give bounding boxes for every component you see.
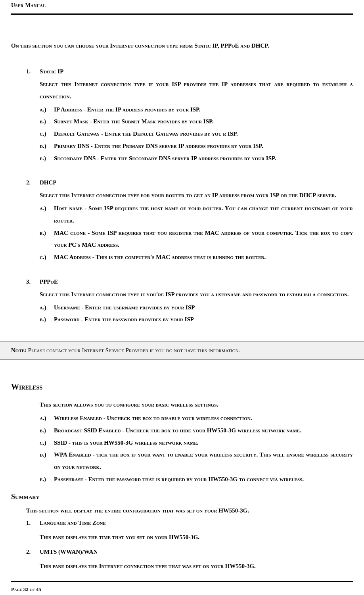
list-title: DHCP — [40, 179, 57, 186]
list-item: c.)SSID - this is your HW550-3G wireless… — [40, 437, 353, 449]
list-item: a.)Username - Enter the username provide… — [40, 301, 353, 314]
summary-list: 1. Language and Time Zone This pane disp… — [26, 520, 353, 573]
sub-text: Wireless Enabled - Uncheck the box to di… — [54, 412, 353, 424]
list-item: d.)WPA Enabled - tick the box if your wa… — [40, 449, 353, 473]
static-ip-section: 1. Static IP Select this Internet connec… — [26, 68, 353, 164]
list-body: This pane displays the Internet connecti… — [40, 560, 353, 572]
sub-label: a.) — [40, 104, 54, 116]
note-text: Please contact your Internet Service Pro… — [27, 347, 240, 353]
list-number: 2. — [26, 179, 40, 186]
sub-label: b.) — [40, 424, 54, 437]
summary-intro: This section will display the entire con… — [26, 507, 353, 514]
page-header: User Manual — [11, 0, 353, 15]
sub-label: a.) — [40, 301, 54, 314]
sub-label: e.) — [40, 473, 54, 486]
list-title: PPPoE — [40, 278, 58, 285]
sub-text: MAC Address - This is the computer's MAC… — [54, 251, 353, 263]
list-item: d.)Primary DNS - Enter the Primary DNS s… — [40, 140, 353, 152]
list-body: Select this Internet connection type if … — [40, 288, 353, 301]
pppoe-section: 3. PPPoE Select this Internet connection… — [26, 278, 353, 326]
list-item: a.)IP Address - Enter the IP address pro… — [40, 104, 353, 116]
sub-text: Broadcast SSID Enabled - Uncheck the box… — [54, 424, 353, 437]
sub-text: Primary DNS - Enter the Primary DNS serv… — [54, 140, 353, 152]
sub-text: Subnet Mask - Enter the Subnet Mask prov… — [54, 115, 353, 128]
summary-heading: Summary — [11, 493, 353, 501]
intro-text: On this section you can choose your Inte… — [11, 42, 353, 49]
sub-label: e.) — [40, 152, 54, 165]
list-item: b.)MAC clone - Some ISP requires that yo… — [40, 227, 353, 251]
list-item: a.)Wireless Enabled - Uncheck the box to… — [40, 412, 353, 424]
list-item: c.)Default Gateway - Enter the Default G… — [40, 128, 353, 140]
sub-text: Host name - Some ISP requires the host n… — [54, 202, 353, 227]
list-number: 1. — [26, 68, 40, 75]
dhcp-section: 2. DHCP Select this Internet connection … — [26, 179, 353, 263]
list-title: UMTS (WWAN)/WAN — [40, 549, 98, 555]
sub-text: Password - Enter the password provides b… — [54, 313, 353, 326]
sub-text: WPA Enabled - tick the box if your want … — [54, 449, 353, 473]
static-ip-sublist: a.)IP Address - Enter the IP address pro… — [40, 104, 353, 165]
sub-label: c.) — [40, 251, 54, 263]
list-item: c.)MAC Address - This is the computer's … — [40, 251, 353, 263]
page: User Manual On this section you can choo… — [0, 0, 364, 595]
sub-text: Passphrase - Enter the password that is … — [54, 473, 353, 486]
sub-label: b.) — [40, 313, 54, 326]
page-footer: Page 32 of 45 — [11, 581, 353, 593]
wireless-body: This section allows you to configure you… — [40, 399, 353, 411]
list-title: Language and Time Zone — [40, 520, 106, 526]
list-number: 2. — [26, 549, 40, 555]
list-item: e.)Secondary DNS - Enter the Secondary D… — [40, 152, 353, 165]
summary-item-language: 1. Language and Time Zone This pane disp… — [26, 520, 353, 543]
list-title: Static IP — [40, 68, 63, 75]
wireless-sublist: a.)Wireless Enabled - Uncheck the box to… — [40, 412, 353, 486]
sub-label: d.) — [40, 449, 54, 461]
sub-text: SSID - this is your HW550-3G wireless ne… — [54, 437, 353, 449]
pppoe-sublist: a.)Username - Enter the username provide… — [40, 301, 353, 326]
list-item: b.)Broadcast SSID Enabled - Uncheck the … — [40, 424, 353, 437]
list-number: 1. — [26, 520, 40, 526]
sub-label: c.) — [40, 437, 54, 449]
sub-text: Username - Enter the username provides b… — [54, 301, 353, 314]
sub-label: b.) — [40, 115, 54, 128]
sub-text: MAC clone - Some ISP requires that you r… — [54, 227, 353, 251]
list-body: Select this Internet connection type if … — [40, 78, 353, 103]
list-body: Select this Internet connection type for… — [40, 189, 353, 202]
note-box: Note: Please contact your Internet Servi… — [0, 341, 364, 360]
sub-text: IP Address - Enter the IP address provid… — [54, 104, 353, 116]
sub-label: a.) — [40, 412, 54, 424]
list-item: e.)Passphrase - Enter the password that … — [40, 473, 353, 486]
note-label: Note: — [11, 347, 27, 353]
sub-label: a.) — [40, 202, 54, 215]
list-item: a.)Host name - Some ISP requires the hos… — [40, 202, 353, 227]
wireless-heading: Wireless — [11, 382, 353, 392]
list-item: b.)Subnet Mask - Enter the Subnet Mask p… — [40, 115, 353, 128]
sub-label: d.) — [40, 140, 54, 152]
sub-label: b.) — [40, 227, 54, 239]
connection-type-list: 1. Static IP Select this Internet connec… — [26, 68, 353, 326]
sub-text: Default Gateway - Enter the Default Gate… — [54, 128, 353, 140]
summary-item-umts: 2. UMTS (WWAN)/WAN This pane displays th… — [26, 549, 353, 572]
list-number: 3. — [26, 278, 40, 285]
sub-text: Secondary DNS - Enter the Secondary DNS … — [54, 152, 353, 165]
sub-label: c.) — [40, 128, 54, 140]
list-body: This pane displays the time that you set… — [40, 531, 353, 543]
dhcp-sublist: a.)Host name - Some ISP requires the hos… — [40, 202, 353, 263]
list-item: b.)Password - Enter the password provide… — [40, 313, 353, 326]
